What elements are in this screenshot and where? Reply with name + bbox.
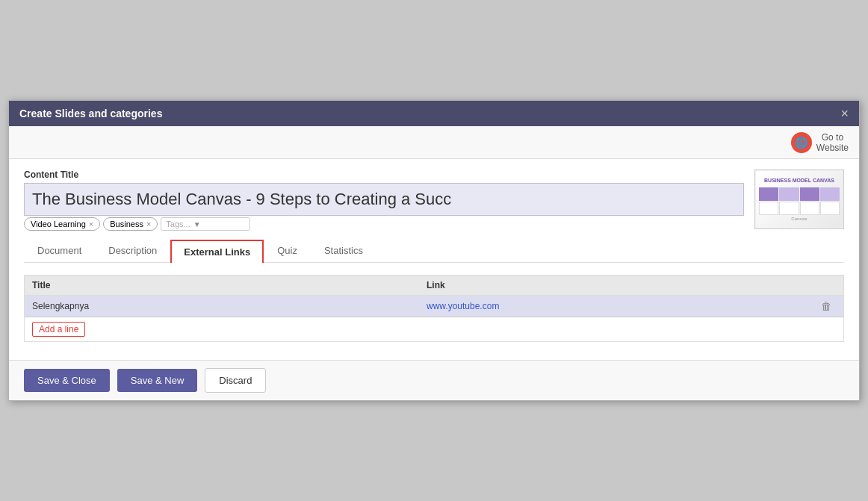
tab-statistics[interactable]: Statistics [311, 240, 376, 263]
modal-overlay: Create Slides and categories × 🌐 Go toWe… [0, 0, 868, 501]
modal: Create Slides and categories × 🌐 Go toWe… [8, 100, 860, 401]
tab-external-links[interactable]: External Links [170, 240, 264, 263]
col-title-header: Title [25, 276, 419, 295]
external-links-section: Title Link 🗑 [24, 275, 844, 342]
save-close-button[interactable]: Save & Close [24, 369, 110, 392]
tab-quiz[interactable]: Quiz [264, 240, 311, 263]
tags-placeholder: Tags... [166, 220, 190, 228]
save-new-button[interactable]: Save & New [117, 369, 198, 392]
tags-input-area[interactable]: Tags... ▼ [161, 217, 250, 231]
row-delete-cell: 🗑 [813, 296, 843, 317]
row-title-cell [25, 296, 419, 317]
row-link-input[interactable] [427, 301, 806, 311]
thumbnail-image: BUSINESS MODEL CANVAS Canvas [756, 171, 843, 228]
table-header: Title Link [25, 276, 843, 296]
content-title-section: Content Title Video Learning × Business … [24, 169, 744, 231]
modal-title: Create Slides and categories [19, 108, 162, 119]
modal-toolbar: 🌐 Go toWebsite [9, 126, 859, 159]
add-line-button[interactable]: Add a line [32, 322, 85, 337]
tags-dropdown-arrow-icon: ▼ [193, 220, 201, 228]
tag-label: Video Learning [31, 220, 86, 228]
row-delete-button[interactable]: 🗑 [821, 300, 831, 312]
tags-row: Video Learning × Business × Tags... ▼ [24, 217, 744, 231]
tag-business: Business × [103, 217, 158, 231]
discard-button[interactable]: Discard [205, 368, 266, 393]
globe-icon: 🌐 [791, 132, 812, 153]
close-button[interactable]: × [840, 107, 849, 120]
tab-description[interactable]: Description [95, 240, 170, 263]
modal-footer: Save & Close Save & New Discard [9, 360, 859, 400]
tag-label: Business [110, 220, 143, 228]
modal-body: Content Title Video Learning × Business … [9, 159, 859, 360]
tabs-row: Document Description External Links Quiz… [24, 240, 844, 263]
table-row: 🗑 [25, 296, 843, 317]
modal-header: Create Slides and categories × [9, 101, 859, 126]
col-link-header: Link [419, 276, 813, 295]
col-action-header [813, 276, 843, 295]
go-to-website-label: Go toWebsite [816, 132, 849, 153]
content-title-row: Content Title Video Learning × Business … [24, 169, 844, 231]
thumbnail-box: BUSINESS MODEL CANVAS Canvas [754, 169, 844, 229]
tab-document[interactable]: Document [24, 240, 95, 263]
content-title-input[interactable] [24, 183, 744, 216]
go-to-website-button[interactable]: 🌐 Go toWebsite [791, 132, 849, 153]
content-title-label: Content Title [24, 169, 744, 180]
row-link-cell [419, 296, 813, 317]
tag-video-learning: Video Learning × [24, 217, 100, 231]
row-title-input[interactable] [32, 301, 412, 311]
add-line-row: Add a line [25, 317, 843, 341]
tag-remove-video-learning[interactable]: × [89, 220, 93, 228]
links-table: Title Link 🗑 [24, 275, 844, 342]
tag-remove-business[interactable]: × [146, 220, 151, 228]
